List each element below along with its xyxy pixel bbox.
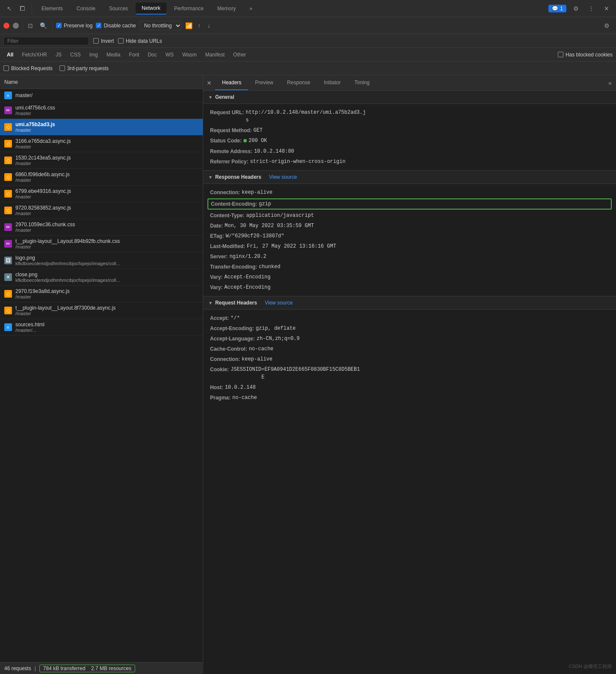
response-headers-section-header[interactable]: ▼ Response Headers View source: [203, 170, 616, 184]
filter-input[interactable]: [3, 37, 89, 45]
download-icon[interactable]: ↓: [206, 21, 212, 30]
tab-network[interactable]: Network: [136, 3, 166, 15]
type-img[interactable]: Img: [86, 51, 101, 59]
gear-icon[interactable]: ⚙: [570, 3, 582, 15]
file-row[interactable]: ◇ 1530.2c143ea5.async.js /master: [0, 152, 203, 169]
request-method-val: GET: [253, 127, 263, 134]
stop-button[interactable]: [13, 23, 19, 29]
response-headers-view-source[interactable]: View source: [269, 174, 297, 180]
search-icon[interactable]: 🔍: [38, 21, 49, 30]
file-row[interactable]: ◇ 2970.f19e3a8d.async.js /master: [0, 286, 203, 302]
throttle-select[interactable]: No throttling: [139, 21, 182, 30]
record-button[interactable]: [3, 23, 9, 29]
has-blocked-checkbox[interactable]: Has blocked cookies: [558, 52, 613, 58]
file-icon-css: ✏: [4, 223, 12, 231]
invert-checkbox[interactable]: Invert: [93, 38, 114, 44]
file-name: sources.html: [15, 322, 44, 328]
file-path: /master/...: [15, 328, 44, 333]
type-wasm[interactable]: Wasm: [179, 51, 200, 59]
tab-memory[interactable]: Memory: [211, 3, 242, 14]
file-row[interactable]: 🖼 logo.png kfkdboecolemdjodhmhmcibjocfop…: [0, 252, 203, 269]
third-party-checkbox[interactable]: 3rd-party requests: [59, 65, 109, 71]
tab-headers[interactable]: Headers: [215, 75, 248, 90]
type-js[interactable]: JS: [52, 51, 65, 59]
file-name: 2970.1059ec36.chunk.css: [15, 222, 75, 228]
type-css[interactable]: CSS: [67, 51, 84, 59]
file-row[interactable]: ◇ 6799.ebe49316.async.js /master: [0, 186, 203, 202]
transfer-encoding-val: chunked: [259, 263, 280, 271]
file-icon-js: ◇: [4, 290, 12, 298]
file-row[interactable]: ✏ 2970.1059ec36.chunk.css /master: [0, 219, 203, 236]
request-method-key: Request Method:: [210, 127, 252, 134]
type-fetch-xhr[interactable]: Fetch/XHR: [18, 51, 50, 59]
file-path: kfkdboecolemdjodhmhmcibjocfopejo/images/…: [15, 278, 120, 283]
general-section-header[interactable]: ▼ General: [203, 91, 616, 104]
server-val: nginx/1.20.2: [229, 253, 266, 260]
request-headers-view-source[interactable]: View source: [265, 300, 293, 306]
tab-elements[interactable]: Elements: [36, 3, 69, 14]
file-row[interactable]: ✕ close.png kfkdboecolemdjodhmhmcibjocfo…: [0, 269, 203, 286]
preserve-log-checkbox[interactable]: ✓ Preserve log: [56, 23, 92, 29]
type-all[interactable]: All: [3, 51, 17, 59]
tab-initiator[interactable]: Initiator: [317, 75, 347, 90]
tab-sources[interactable]: Sources: [103, 3, 134, 14]
tab-console[interactable]: Console: [71, 3, 101, 14]
file-row[interactable]: ✏ umi.c4f756c6.css /master: [0, 102, 203, 119]
tab-timing[interactable]: Timing: [347, 75, 376, 90]
file-row[interactable]: ◇ 3166.e765dca3.async.js /master: [0, 136, 203, 152]
file-info: 3166.e765dca3.async.js /master: [15, 138, 71, 149]
file-row[interactable]: ◇ 9720.82583852.async.js /master: [0, 202, 203, 219]
file-row[interactable]: ≡ sources.html /master/...: [0, 319, 203, 336]
disable-cache-label: Disable cache: [104, 23, 136, 29]
file-path: /master: [15, 311, 116, 316]
file-row[interactable]: ◇ t__plugin-layout__Layout.8f7300de.asyn…: [0, 302, 203, 319]
hide-data-urls-checkbox[interactable]: Hide data URLs: [118, 38, 162, 44]
etag-key: ETag:: [210, 232, 224, 240]
preserve-log-label: Preserve log: [64, 23, 92, 29]
message-badge[interactable]: 💬 1: [548, 5, 566, 12]
close-icon[interactable]: ✕: [601, 3, 613, 15]
file-icon-js: ◇: [4, 123, 12, 131]
file-row-selected[interactable]: ◇ umi.a75b2ad3.js /master: [0, 119, 203, 136]
hide-data-check: [118, 38, 124, 44]
file-row[interactable]: ≡ master/: [0, 89, 203, 102]
transferred-badge: 784 kB transferred 2.7 MB resources: [39, 665, 135, 672]
request-headers-section-header[interactable]: ▼ Request Headers View source: [203, 296, 616, 310]
type-font[interactable]: Font: [125, 51, 142, 59]
type-manifest[interactable]: Manifest: [202, 51, 228, 59]
accept-language-row: Accept-Language: zh-CN,zh;q=0.9: [210, 334, 609, 344]
preserve-log-check: ✓: [56, 23, 62, 28]
tab-performance[interactable]: Performance: [168, 3, 210, 14]
panel-tabs: ✕ Headers Preview Response Initiator Tim…: [203, 75, 616, 91]
file-row[interactable]: ◇ 6860.f096de6b.async.js /master: [0, 169, 203, 186]
pragma-key: Pragma:: [210, 394, 231, 402]
panel-tabs-more[interactable]: »: [604, 75, 616, 91]
disable-cache-checkbox[interactable]: ✓ Disable cache: [96, 23, 136, 29]
filter-icon[interactable]: ⊡: [26, 21, 35, 30]
status-text: 200 OK: [249, 137, 267, 145]
type-ws[interactable]: WS: [162, 51, 177, 59]
file-name: t__plugin-layout__Layout.894b92fb.chunk.…: [15, 238, 120, 244]
tab-preview[interactable]: Preview: [248, 75, 280, 90]
cursor-icon[interactable]: ↖: [3, 3, 15, 15]
badge-count: 1: [560, 6, 563, 12]
tab-response[interactable]: Response: [280, 75, 317, 90]
left-panel: Name ≡ master/ ✏ umi.c4f756c6.css /maste…: [0, 75, 203, 674]
type-other[interactable]: Other: [230, 51, 249, 59]
tab-more[interactable]: »: [243, 3, 258, 14]
type-doc[interactable]: Doc: [144, 51, 160, 59]
file-row[interactable]: ✏ t__plugin-layout__Layout.894b92fb.chun…: [0, 236, 203, 252]
panel-close-button[interactable]: ✕: [203, 75, 215, 91]
network-settings-icon[interactable]: ⚙: [601, 20, 613, 32]
file-path: /master: [15, 111, 55, 116]
file-path: /master: [15, 228, 75, 233]
device-icon[interactable]: ⧠: [16, 3, 28, 15]
has-blocked-label: Has blocked cookies: [566, 52, 613, 58]
upload-icon[interactable]: ↑: [196, 21, 202, 30]
watermark: CSDN @椰壳工程师: [569, 663, 612, 670]
file-icon-img-close: ✕: [4, 273, 12, 281]
blocked-requests-checkbox[interactable]: Blocked Requests: [3, 65, 53, 71]
more-icon[interactable]: ⋮: [585, 3, 597, 15]
date-key: Date:: [210, 222, 223, 230]
type-media[interactable]: Media: [103, 51, 124, 59]
